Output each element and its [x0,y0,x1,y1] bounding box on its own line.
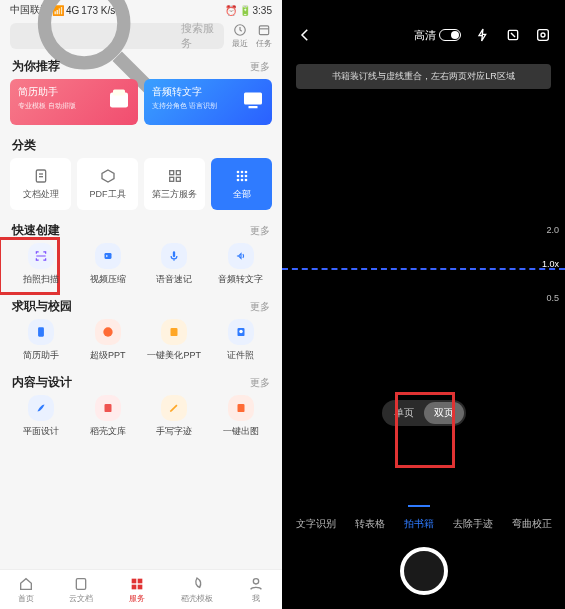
svg-rect-8 [249,106,258,108]
svg-rect-33 [104,404,111,412]
job-more[interactable]: 更多 [250,300,270,314]
ppt-icon [101,325,115,339]
export-icon [234,401,248,415]
svg-rect-15 [169,177,173,181]
tool-voice[interactable]: 语音速记 [143,243,206,286]
recommend-title: 为你推荐 [12,58,60,75]
nav-me[interactable]: 我 [248,576,264,604]
zoom-2x[interactable]: 2.0 [546,225,559,235]
hd-toggle[interactable]: 高清 [414,28,461,43]
svg-rect-27 [173,251,175,257]
recommend-more[interactable]: 更多 [250,60,270,74]
tool-beautify[interactable]: 一键美化PPT [143,319,206,362]
svg-point-43 [541,33,545,37]
svg-rect-13 [169,170,173,174]
svg-rect-6 [113,90,125,96]
tool-handwrite[interactable]: 手写字迹 [143,395,206,438]
doc-icon [33,168,49,184]
audio-icon [234,249,248,263]
page-toggle[interactable]: 单页 双页 [382,400,466,426]
quick-title: 快速创建 [12,222,60,239]
svg-point-22 [244,174,247,177]
apps-icon [167,168,183,184]
box-icon [104,85,134,115]
promo-resume[interactable]: 简历助手 专业模板 自动排版 [10,79,138,125]
cat-pdf[interactable]: PDF工具 [77,158,138,210]
compress-icon [101,249,115,263]
mode-book[interactable]: 拍书籍 [404,517,434,531]
quick-more[interactable]: 更多 [250,224,270,238]
svg-rect-34 [237,404,244,412]
svg-point-25 [244,178,247,181]
svg-rect-39 [138,584,143,589]
status-time: 3:35 [253,5,272,16]
search-placeholder: 搜索服务 [181,21,216,51]
nav-cloud[interactable]: 云文档 [69,576,93,604]
resume-icon [34,325,48,339]
tool-video[interactable]: 视频压缩 [77,243,140,286]
tool-docer[interactable]: 稻壳文库 [77,395,140,438]
nav-service[interactable]: 服务 [129,576,145,604]
settings-icon[interactable] [535,27,551,43]
design-more[interactable]: 更多 [250,376,270,390]
rotate-icon[interactable] [505,27,521,43]
cloud-icon [73,576,89,592]
svg-point-18 [240,170,243,173]
brush-icon [34,401,48,415]
mode-table[interactable]: 转表格 [355,517,385,531]
calendar-icon [257,23,271,37]
promo-audio[interactable]: 音频转文字 支持分角色 语言识别 [144,79,272,125]
flash-icon[interactable] [475,27,491,43]
nav-template[interactable]: 稻壳模板 [181,576,213,604]
tool-scan[interactable]: 拍照扫描 [10,243,73,286]
beautify-icon [167,325,181,339]
tool-design[interactable]: 平面设计 [10,395,73,438]
design-title: 内容与设计 [12,374,72,391]
category-title: 分类 [12,137,36,154]
svg-rect-16 [176,177,180,181]
back-icon[interactable] [296,26,314,44]
svg-point-17 [236,170,239,173]
svg-marker-12 [102,170,114,182]
tool-export[interactable]: 一键出图 [210,395,273,438]
camera-hint: 书籍装订线与虚线重合，左右两页对应LR区域 [296,64,551,89]
nav-home[interactable]: 首页 [18,576,34,604]
svg-point-29 [103,327,112,336]
cat-doc[interactable]: 文档处理 [10,158,71,210]
cat-third[interactable]: 第三方服务 [144,158,205,210]
scan-icon [34,249,48,263]
svg-point-20 [236,174,239,177]
recent-button[interactable]: 最近 [232,23,248,49]
tool-audio[interactable]: 音频转文字 [210,243,273,286]
svg-rect-42 [538,30,549,41]
page-double[interactable]: 双页 [424,402,464,424]
svg-rect-37 [138,578,143,583]
tool-idphoto[interactable]: 证件照 [210,319,273,362]
svg-rect-38 [132,584,137,589]
mic-icon [167,249,181,263]
grid-icon [234,168,250,184]
svg-point-32 [239,330,243,334]
page-single[interactable]: 单页 [384,402,424,424]
tool-resume[interactable]: 简历助手 [10,319,73,362]
home-icon [18,576,34,592]
guide-line [282,268,565,270]
tasks-button[interactable]: 任务 [256,23,272,49]
mode-dewarp[interactable]: 弯曲校正 [512,517,552,531]
cat-all[interactable]: 全部 [211,158,272,210]
battery-icon: 🔋 [239,5,251,16]
shutter-button[interactable] [400,547,448,595]
service-icon [129,576,145,592]
search-input[interactable]: 搜索服务 [10,23,224,49]
mode-ocr[interactable]: 文字识别 [296,517,336,531]
tool-ppt[interactable]: 超级PPT [77,319,140,362]
idphoto-icon [234,325,248,339]
zoom-05x[interactable]: 0.5 [546,293,559,303]
mode-erase[interactable]: 去除手迹 [453,517,493,531]
computer-icon [238,85,268,115]
svg-point-19 [244,170,247,173]
library-icon [101,401,115,415]
svg-rect-14 [176,170,180,174]
svg-point-23 [236,178,239,181]
svg-point-24 [240,178,243,181]
